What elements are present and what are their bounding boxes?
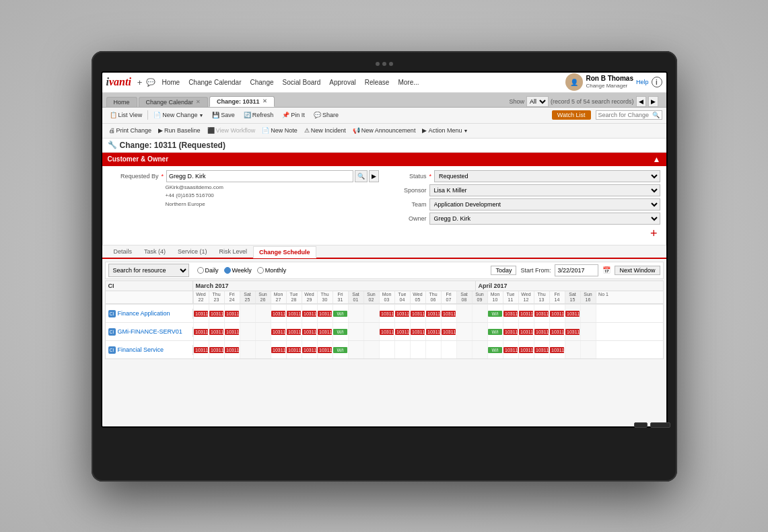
weekly-option[interactable]: Weekly: [224, 267, 252, 274]
ci-icon-1: CI: [108, 310, 116, 317]
requested-by-label: Requested By: [108, 173, 159, 180]
nav-change[interactable]: Change: [246, 77, 278, 87]
ci-label-gmi[interactable]: CI GMi-FINANCE-SERV01: [106, 327, 193, 337]
today-btn[interactable]: Today: [491, 266, 516, 275]
view-workflow-btn[interactable]: ⬛ View Workflow: [205, 126, 258, 135]
tab-change-10311[interactable]: Change: 10311 ✕: [209, 96, 275, 107]
pin-it-btn[interactable]: 📌 Pin It: [279, 111, 308, 119]
tab-change-10311-close[interactable]: ✕: [263, 98, 267, 104]
user-role: Change Manager: [586, 83, 633, 89]
nav-release[interactable]: Release: [361, 77, 394, 87]
sponsor-select[interactable]: Lisa K Miller: [429, 184, 660, 196]
monitor-frame: ivanti + 💬 Home Change Calendar Change S…: [92, 51, 677, 482]
owner-select[interactable]: Gregg D. Kirk: [429, 213, 660, 225]
save-btn[interactable]: 💾 Save: [209, 111, 238, 119]
owner-row: Owner Gregg D. Kirk: [390, 213, 660, 225]
record-nav-area: Show All (record 5 of 54 search records)…: [505, 96, 662, 107]
inner-tab-task[interactable]: Task (4): [138, 245, 172, 258]
ci-name-1: Finance Application: [118, 310, 170, 317]
nav-more[interactable]: More...: [394, 77, 423, 87]
ci-col-header: CI: [106, 281, 193, 291]
contact-email: GKirk@saasitdemo.com: [166, 184, 379, 192]
logo: ivanti: [106, 76, 131, 88]
tab-home[interactable]: Home: [106, 97, 137, 107]
dot-3: [389, 62, 393, 66]
right-controls: Today Start From: 📅 Next Window: [491, 264, 660, 276]
owner-label: Owner: [390, 215, 427, 222]
requested-by-arrow-btn[interactable]: ▶: [369, 170, 379, 182]
next-window-btn[interactable]: Next Window: [615, 266, 660, 275]
new-change-btn[interactable]: 📄 New Change ▼: [150, 111, 207, 119]
customer-owner-section: Customer & Owner ▲ Requested By *: [102, 153, 666, 245]
ci-cells-2: 10311 10311 10311 10311 10311 10311 10: [193, 323, 611, 340]
nav-approval[interactable]: Approval: [325, 77, 359, 87]
requested-by-field: 🔍 ▶: [166, 170, 378, 182]
share-btn[interactable]: 💬 Share: [310, 111, 342, 119]
requested-by-input[interactable]: [166, 170, 353, 182]
user-section: 👤 Ron B Thomas Change Manager Help i: [565, 73, 662, 91]
team-label: Team: [390, 201, 427, 208]
requested-by-search-btn[interactable]: 🔍: [355, 170, 368, 182]
resource-search-select[interactable]: Search for resource: [108, 264, 189, 277]
tab-change-calendar-close[interactable]: ✕: [196, 99, 201, 105]
inner-tabs-bar: Details Task (4) Service (1) Risk Level …: [102, 245, 666, 259]
inner-tab-risk[interactable]: Risk Level: [213, 245, 254, 258]
section-title: Customer & Owner: [108, 155, 169, 163]
run-baseline-btn[interactable]: ▶ Run Baseline: [155, 126, 203, 135]
help-link[interactable]: Help: [636, 79, 649, 85]
search-field: 🔍: [596, 110, 662, 120]
status-select[interactable]: Requested: [434, 170, 660, 182]
action-menu-btn[interactable]: ▶ Action Menu ▼: [419, 126, 470, 135]
nav-change-calendar[interactable]: Change Calendar: [184, 77, 245, 87]
list-view-btn[interactable]: 📋 List View: [106, 111, 146, 119]
start-from-date[interactable]: [555, 264, 598, 276]
ci-cells-1: 10311 10311 10311 10311 10311 10311 10: [193, 305, 611, 322]
search-input[interactable]: [598, 112, 652, 118]
inner-tab-details[interactable]: Details: [108, 245, 139, 258]
ci-label-finance-app[interactable]: CI Finance Application: [106, 309, 193, 319]
screen-bezel: ivanti + 💬 Home Change Calendar Change S…: [101, 71, 668, 428]
ci-row-financial-service: CI Financial Service 10311 10311 10311: [106, 340, 663, 358]
refresh-btn[interactable]: 🔄 Refresh: [240, 111, 277, 119]
ci-cells-3: 10311 10311 10311 10311 10311 10311 10: [193, 341, 611, 358]
page-title: Change: 10311 (Requested): [120, 141, 225, 150]
section-collapse-btn[interactable]: ▲: [653, 155, 661, 164]
next-record-btn[interactable]: ▶: [648, 96, 658, 107]
inner-tab-service[interactable]: Service (1): [172, 245, 213, 258]
team-select[interactable]: Application Development: [429, 198, 660, 211]
schedule-content: Search for resource Daily W: [102, 259, 666, 426]
nav-links: Home Change Calendar Change Social Board…: [158, 77, 565, 87]
prev-record-btn[interactable]: ◀: [636, 96, 646, 107]
print-change-btn[interactable]: 🖨 Print Change: [106, 126, 155, 135]
nav-social-board[interactable]: Social Board: [279, 77, 325, 87]
days-header-row: Wed22 Thu23 Fri24 Sat25 Sun26 Mon27 Tue2…: [106, 291, 663, 305]
plus-icon[interactable]: +: [137, 77, 143, 87]
march-header: March 2017: [193, 281, 476, 291]
nav-home[interactable]: Home: [158, 77, 184, 87]
ci-label-financial-service[interactable]: CI Financial Service: [106, 345, 193, 355]
new-announcement-btn[interactable]: 📢 New Announcement: [350, 126, 419, 135]
sponsor-label: Sponsor: [390, 187, 427, 194]
toolbar-2: 🖨 Print Change ▶ Run Baseline ⬛ View Wor…: [102, 124, 666, 139]
inner-tab-change-schedule[interactable]: Change Schedule: [253, 246, 316, 258]
monitor-container: ivanti + 💬 Home Change Calendar Change S…: [0, 0, 768, 532]
add-btn[interactable]: +: [108, 227, 660, 241]
calendar-icon[interactable]: 📅: [602, 266, 610, 274]
new-note-btn[interactable]: 📄 New Note: [259, 126, 300, 135]
monitor-dots-row: [101, 62, 668, 66]
watch-list-btn[interactable]: Watch List: [552, 110, 591, 120]
daily-option[interactable]: Daily: [197, 267, 219, 274]
bubble-icon[interactable]: 💬: [146, 78, 155, 87]
search-icon[interactable]: 🔍: [652, 112, 660, 118]
show-select[interactable]: All: [526, 96, 549, 107]
tab-change-calendar[interactable]: Change Calendar ✕: [139, 97, 209, 107]
new-incident-btn[interactable]: ⚠ New Incident: [302, 126, 349, 135]
contact-info: GKirk@saasitdemo.com +44 (0)1635 516700 …: [108, 184, 379, 209]
ci-row-gmi: CI GMi-FINANCE-SERV01 10311 10311 10311: [106, 322, 663, 340]
info-icon[interactable]: i: [652, 77, 662, 87]
start-from-label: Start From:: [520, 267, 551, 274]
requested-by-row: Requested By * 🔍 ▶: [108, 170, 379, 182]
monthly-option[interactable]: Monthly: [257, 267, 287, 274]
sponsor-row: Sponsor Lisa K Miller: [390, 184, 660, 196]
team-row: Team Application Development: [390, 198, 660, 211]
